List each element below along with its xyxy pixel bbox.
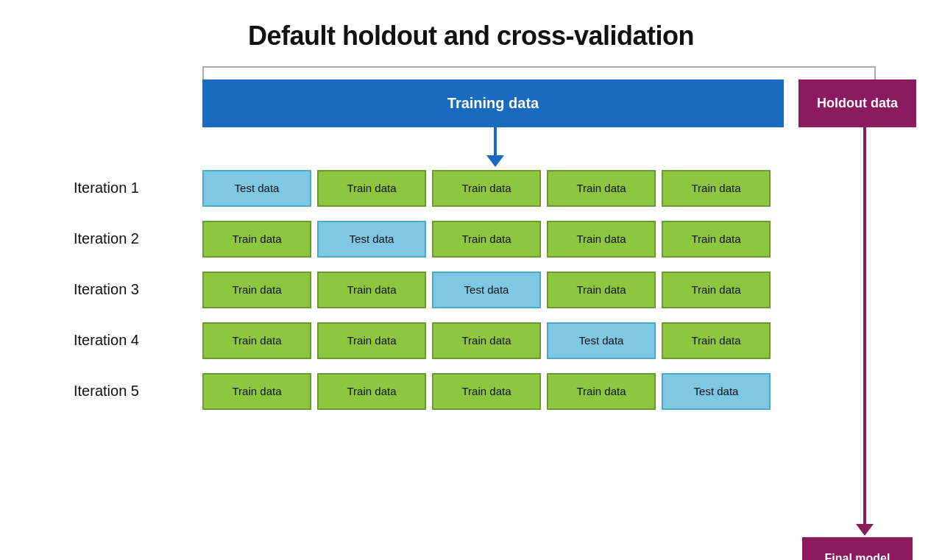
cells-group-3: Train dataTrain dataTest dataTrain dataT… xyxy=(202,272,771,308)
train-cell: Train data xyxy=(202,221,311,258)
cells-group-4: Train dataTrain dataTrain dataTest dataT… xyxy=(202,322,771,359)
iteration-row: Iteration 2Train dataTest dataTrain data… xyxy=(66,219,876,259)
train-cell: Train data xyxy=(432,170,541,207)
train-cell: Train data xyxy=(432,373,541,410)
train-cell: Train data xyxy=(317,322,426,359)
training-arrow-down xyxy=(486,127,504,168)
cells-group-5: Train dataTrain dataTrain dataTrain data… xyxy=(202,373,771,410)
train-cell: Train data xyxy=(202,272,311,308)
iterations-area: Iteration 1Test dataTrain dataTrain data… xyxy=(66,168,876,422)
train-cell: Train data xyxy=(662,170,771,207)
train-cell: Train data xyxy=(662,272,771,308)
train-cell: Train data xyxy=(317,272,426,308)
train-cell: Train data xyxy=(662,221,771,258)
test-cell: Test data xyxy=(202,170,311,207)
iteration-label-1: Iteration 1 xyxy=(66,180,202,196)
train-cell: Train data xyxy=(547,170,656,207)
train-cell: Train data xyxy=(317,373,426,410)
test-cell: Test data xyxy=(432,272,541,308)
iteration-row: Iteration 1Test dataTrain dataTrain data… xyxy=(66,168,876,208)
iteration-row: Iteration 5Train dataTrain dataTrain dat… xyxy=(66,371,876,411)
train-cell: Train data xyxy=(547,221,656,258)
arrow-head xyxy=(486,155,504,167)
iteration-label-4: Iteration 4 xyxy=(66,332,202,349)
test-cell: Test data xyxy=(317,221,426,258)
cells-group-1: Test dataTrain dataTrain dataTrain dataT… xyxy=(202,170,771,207)
page-title: Default holdout and cross-validation xyxy=(0,0,942,66)
test-cell: Test data xyxy=(547,322,656,359)
train-cell: Train data xyxy=(202,322,311,359)
training-bar: Training data xyxy=(202,79,784,127)
iteration-row: Iteration 3Train dataTrain dataTest data… xyxy=(66,269,876,310)
final-model-box: Final modelevaluation xyxy=(802,537,913,560)
iteration-label-5: Iteration 5 xyxy=(66,383,202,400)
test-cell: Test data xyxy=(662,373,771,410)
train-cell: Train data xyxy=(317,170,426,207)
bracket-line xyxy=(202,66,876,79)
arrow-shaft xyxy=(494,127,497,155)
iteration-label-3: Iteration 3 xyxy=(66,281,202,298)
train-cell: Train data xyxy=(432,322,541,359)
diagram-container: Training data Holdout data Final modelev… xyxy=(66,66,876,74)
train-cell: Train data xyxy=(547,272,656,308)
train-cell: Train data xyxy=(202,373,311,410)
cells-group-2: Train dataTest dataTrain dataTrain dataT… xyxy=(202,221,771,258)
train-cell: Train data xyxy=(432,221,541,258)
holdout-bar: Holdout data xyxy=(798,79,916,127)
train-cell: Train data xyxy=(547,373,656,410)
iteration-row: Iteration 4Train dataTrain dataTrain dat… xyxy=(66,320,876,361)
iteration-label-2: Iteration 2 xyxy=(66,230,202,247)
holdout-arrow-head xyxy=(856,524,874,536)
train-cell: Train data xyxy=(662,322,771,359)
